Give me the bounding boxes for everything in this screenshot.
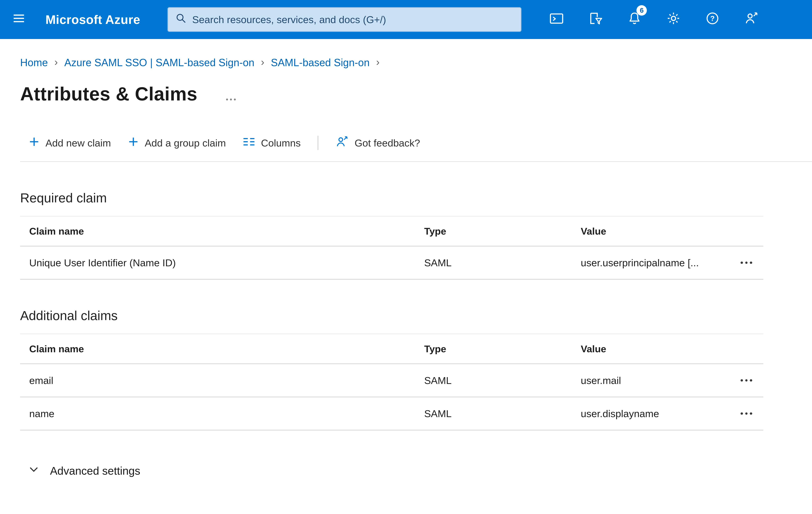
directory-filter-icon xyxy=(588,11,603,28)
feedback-button[interactable] xyxy=(732,0,771,39)
col-value: Value xyxy=(581,343,729,354)
help-button[interactable]: ? xyxy=(693,0,732,39)
col-claim-name: Claim name xyxy=(20,226,424,237)
chevron-right-icon: › xyxy=(54,56,58,68)
toolbar-rule xyxy=(20,161,812,162)
add-group-claim-button[interactable]: Add a group claim xyxy=(128,136,226,150)
settings-button[interactable] xyxy=(654,0,693,39)
help-icon: ? xyxy=(705,11,720,28)
table-header-row: Claim name Type Value xyxy=(20,333,763,364)
claim-name-cell[interactable]: Unique User Identifier (Name ID) xyxy=(20,257,424,269)
more-icon xyxy=(741,379,743,381)
directory-filter-button[interactable] xyxy=(576,0,615,39)
svg-text:?: ? xyxy=(710,14,715,22)
gear-icon xyxy=(666,11,681,28)
got-feedback-label: Got feedback? xyxy=(355,137,420,149)
add-group-claim-label: Add a group claim xyxy=(145,137,226,149)
table-row[interactable]: name SAML user.displayname xyxy=(20,397,763,430)
more-icon xyxy=(741,262,743,264)
advanced-settings-label: Advanced settings xyxy=(50,464,140,477)
azure-brand[interactable]: Microsoft Azure xyxy=(46,12,140,27)
claim-name-cell[interactable]: email xyxy=(20,375,424,386)
got-feedback-button[interactable]: Got feedback? xyxy=(335,135,420,151)
additional-claims-heading: Additional claims xyxy=(20,308,763,323)
claim-value-cell: user.displayname xyxy=(581,408,729,420)
hamburger-icon xyxy=(12,12,25,27)
hamburger-menu-button[interactable] xyxy=(0,0,38,39)
claim-value-cell: user.userprincipalname [... xyxy=(581,257,729,269)
claim-type-cell: SAML xyxy=(424,408,581,420)
claim-value-cell: user.mail xyxy=(581,375,729,386)
claim-name-cell[interactable]: name xyxy=(20,408,424,420)
claim-type-cell: SAML xyxy=(424,375,581,386)
feedback-person-icon xyxy=(744,11,759,28)
required-claim-section: Required claim Claim name Type Value Uni… xyxy=(20,191,763,279)
required-claim-heading: Required claim xyxy=(20,191,763,206)
toolbar-divider xyxy=(318,136,318,150)
col-value: Value xyxy=(581,226,729,237)
global-search[interactable] xyxy=(168,7,521,32)
more-icon xyxy=(741,412,743,415)
table-header-row: Claim name Type Value xyxy=(20,216,763,246)
chevron-right-icon: › xyxy=(261,56,264,68)
chevron-right-icon: › xyxy=(376,56,379,68)
page-more-button[interactable] xyxy=(226,99,236,101)
page-header: Attributes & Claims xyxy=(20,83,812,105)
advanced-settings-toggle[interactable]: Advanced settings xyxy=(29,464,140,477)
additional-claims-table: Claim name Type Value email SAML user.ma… xyxy=(20,333,763,430)
feedback-icon xyxy=(335,135,349,151)
add-new-claim-button[interactable]: Add new claim xyxy=(29,136,111,150)
row-menu-button[interactable] xyxy=(729,246,763,279)
cloud-shell-button[interactable] xyxy=(537,0,576,39)
row-menu-button[interactable] xyxy=(729,397,763,430)
plus-icon xyxy=(128,136,139,150)
command-bar: Add new claim Add a group claim Columns … xyxy=(29,135,812,151)
columns-label: Columns xyxy=(261,137,301,149)
additional-claims-section: Additional claims Claim name Type Value … xyxy=(20,308,763,430)
notifications-button[interactable]: 6 xyxy=(615,0,654,39)
chevron-down-icon xyxy=(29,464,39,477)
breadcrumb: Home › Azure SAML SSO | SAML-based Sign-… xyxy=(20,57,812,69)
search-input[interactable] xyxy=(192,14,513,25)
plus-icon xyxy=(29,136,40,150)
table-row[interactable]: email SAML user.mail xyxy=(20,364,763,397)
breadcrumb-home[interactable]: Home xyxy=(20,57,48,69)
table-row[interactable]: Unique User Identifier (Name ID) SAML us… xyxy=(20,246,763,279)
col-type: Type xyxy=(424,226,581,237)
row-menu-button[interactable] xyxy=(729,364,763,397)
page-title: Attributes & Claims xyxy=(20,83,198,105)
col-type: Type xyxy=(424,343,581,354)
required-claim-table: Claim name Type Value Unique User Identi… xyxy=(20,216,763,279)
columns-button[interactable]: Columns xyxy=(243,137,301,149)
search-icon xyxy=(176,13,186,26)
azure-topbar: Microsoft Azure 6 xyxy=(0,0,812,39)
breadcrumb-app[interactable]: Azure SAML SSO | SAML-based Sign-on xyxy=(64,57,254,69)
notification-badge: 6 xyxy=(636,5,647,16)
columns-icon xyxy=(243,137,255,149)
breadcrumb-saml-signon[interactable]: SAML-based Sign-on xyxy=(271,57,370,69)
topbar-actions: 6 ? xyxy=(537,0,771,39)
col-claim-name: Claim name xyxy=(20,343,424,354)
claim-type-cell: SAML xyxy=(424,257,581,269)
cloud-shell-icon xyxy=(549,11,564,28)
more-icon xyxy=(226,99,228,101)
add-new-claim-label: Add new claim xyxy=(46,137,111,149)
